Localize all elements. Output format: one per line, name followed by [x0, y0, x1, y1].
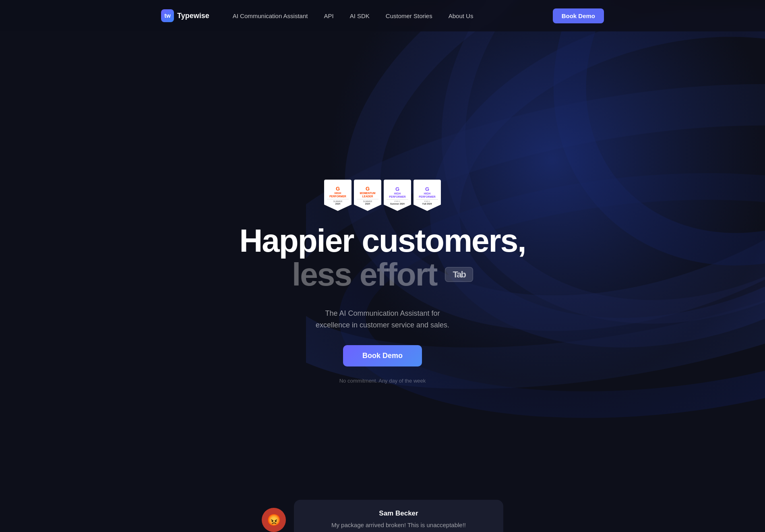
chat-customer-name: Sam Becker [305, 509, 492, 518]
badge-year-3: Summer 2024 [390, 203, 405, 205]
navbar: tw Typewise AI Communication Assistant A… [0, 0, 765, 31]
hero-headline-2: less effort Tab [292, 258, 473, 292]
badge-g-icon-1: G [336, 186, 340, 191]
nav-links: AI Communication Assistant API AI SDK Cu… [225, 9, 553, 23]
badge-title-3: HighPerformer [389, 192, 406, 199]
hero-content: G HighPerformer Summer 2024 G MomentumLe… [232, 180, 534, 384]
badge-year-1: 2024 [335, 203, 340, 205]
nav-link-about-us[interactable]: About Us [441, 9, 481, 23]
logo-text: Typewise [177, 12, 209, 20]
nav-book-demo-button[interactable]: Book Demo [553, 8, 604, 23]
chat-preview-section: 😡 Sam Becker My package arrived broken! … [262, 500, 503, 532]
badge-title-4: HighPerformer [419, 192, 436, 199]
chat-customer-message: My package arrived broken! This is unacc… [305, 521, 492, 530]
hero-no-commitment-text: No commitment. Any day of the week [339, 378, 426, 384]
logo[interactable]: tw Typewise [161, 9, 209, 22]
customer-avatar: 😡 [262, 508, 286, 532]
nav-link-ai-sdk[interactable]: AI SDK [343, 9, 377, 23]
nav-link-api[interactable]: API [316, 9, 341, 23]
hero-headline-2-text: less effort [292, 258, 437, 292]
badge-g-icon-3: G [395, 186, 399, 192]
hero-subtext-line1: The AI Communication Assistant for [325, 309, 440, 317]
badge-g-icon-4: G [425, 186, 429, 192]
nav-link-ai-comm[interactable]: AI Communication Assistant [225, 9, 315, 23]
hero-subtext: The AI Communication Assistant for excel… [316, 308, 449, 331]
badge-title-2: MomentumLeader [360, 192, 375, 198]
badge-high-performer-summer: G HighPerformer Summer 2024 [324, 180, 351, 211]
nav-link-customer-stories[interactable]: Customer Stories [378, 9, 440, 23]
badge-year-4: Fall 2024 [422, 203, 432, 205]
logo-icon: tw [161, 9, 174, 22]
badge-high-performer-emea-fall: G HighPerformer EMEA Fall 2024 [414, 180, 441, 211]
badge-momentum-leader: G MomentumLeader Summer 2024 [354, 180, 381, 211]
hero-headline-1: Happier customers, [240, 224, 526, 258]
badge-title-1: HighPerformer [329, 192, 346, 198]
badge-g-icon-2: G [366, 186, 370, 191]
hero-book-demo-button[interactable]: Book Demo [343, 345, 422, 366]
avatar-emoji: 😡 [267, 513, 281, 527]
badge-year-2: 2024 [365, 203, 370, 205]
chat-card: Sam Becker My package arrived broken! Th… [294, 500, 503, 532]
badge-high-performer-emea-summer: G HighPerformer EMEA Summer 2024 [384, 180, 411, 211]
hero-section: G HighPerformer Summer 2024 G MomentumLe… [0, 0, 765, 532]
badges-row: G HighPerformer Summer 2024 G MomentumLe… [324, 180, 441, 211]
hero-subtext-line2: excellence in customer service and sales… [316, 321, 449, 329]
tab-key-indicator: Tab [445, 267, 473, 282]
